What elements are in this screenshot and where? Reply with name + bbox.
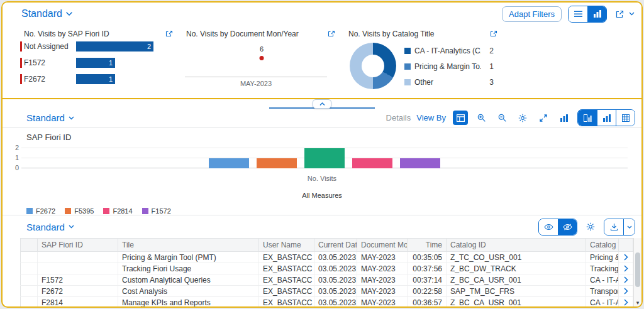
chart-bar[interactable]: [209, 158, 249, 168]
column-header-time[interactable]: Time: [408, 239, 447, 252]
adapt-filters-button[interactable]: Adapt Filters: [502, 6, 562, 22]
table-settings-button[interactable]: [583, 220, 598, 234]
zoom-in-button[interactable]: [474, 111, 489, 125]
table-row[interactable]: Pricing & Margin Tool (PMT) EX_BASTACC 0…: [21, 252, 633, 263]
chart-type-button[interactable]: [557, 111, 572, 125]
chevron-down-icon: [627, 225, 632, 229]
cell-select[interactable]: [21, 263, 38, 274]
value-help-icon[interactable]: [325, 28, 338, 40]
row-navigation-icon[interactable]: [619, 274, 633, 286]
show-details-button[interactable]: [539, 219, 558, 235]
cell-tile: Pricing & Margin Tool (PMT): [118, 252, 259, 263]
table-variant-selector[interactable]: Standard: [26, 222, 74, 232]
row-navigation-icon[interactable]: [619, 263, 633, 274]
table-view-button[interactable]: [616, 110, 635, 126]
cell-catalog-id: Z_BC_CA_USR_001: [447, 274, 586, 286]
column-header-user-name[interactable]: User Name: [259, 239, 314, 252]
cell-user-name: EX_BASTACC: [259, 297, 314, 308]
legend-item[interactable]: F2814: [103, 207, 132, 215]
legend-label: Pricing & Margin To...: [414, 62, 481, 71]
legend-item[interactable]: Pricing & Margin To... 1: [404, 58, 503, 74]
view-by-button[interactable]: View By: [416, 113, 446, 122]
scroll-down-arrow[interactable]: ▾: [634, 300, 641, 306]
row-navigation-icon[interactable]: [619, 286, 633, 297]
row-navigation-icon[interactable]: [619, 297, 633, 308]
cell-doc-monyear: MAY-2023: [357, 297, 408, 308]
column-header-catalog-title[interactable]: Catalog Ti...: [586, 239, 619, 252]
legend-item[interactable]: F5395: [65, 207, 94, 215]
table-row[interactable]: Tracking Fiori Usage EX_BASTACC 03.05.20…: [21, 263, 633, 274]
chart-view-button[interactable]: [597, 110, 616, 126]
cell-time: 00:35:05: [408, 252, 447, 263]
donut-hole: [362, 55, 384, 77]
visual-filter-bar-row[interactable]: F2672 1: [20, 74, 179, 84]
donut-chart[interactable]: [350, 43, 396, 89]
value-help-icon[interactable]: [487, 28, 500, 40]
fullscreen-button[interactable]: [536, 111, 551, 125]
measures-label: All Measures: [3, 192, 641, 199]
cell-select[interactable]: [21, 286, 38, 297]
column-header-catalog-id[interactable]: Catalog ID: [447, 239, 586, 252]
chart-bar[interactable]: [352, 158, 392, 168]
drilldown-button[interactable]: [453, 111, 468, 125]
visual-filter-title: No. Visits by SAP Fiori ID: [24, 30, 109, 38]
cell-fiori-id: [38, 252, 118, 263]
table-row[interactable]: F2672 Cost Analysis EX_BASTACC 03.05.202…: [21, 286, 633, 297]
select-all-header[interactable]: [21, 239, 38, 252]
zoom-out-button[interactable]: [494, 111, 509, 125]
y-tick-label: 2: [5, 144, 19, 151]
table-row[interactable]: F2814 Manage KPIs and Reports EX_BASTACC…: [21, 297, 633, 308]
visual-filter-bar-row[interactable]: Not Assigned 2: [20, 41, 179, 52]
scrollbar-thumb[interactable]: [635, 252, 640, 287]
export-menu-chevron[interactable]: [623, 219, 635, 235]
cell-select[interactable]: [21, 274, 38, 286]
bar-chart-plot: 2 1 0: [21, 148, 628, 170]
category-label: F1572: [24, 58, 76, 67]
column-header-fiori-id[interactable]: SAP Fiori ID: [38, 239, 118, 252]
legend-item[interactable]: F1572: [142, 207, 171, 215]
collapse-header-button[interactable]: [313, 99, 331, 109]
table-row[interactable]: F1572 Custom Analytical Queries EX_BASTA…: [21, 274, 633, 286]
value-help-icon[interactable]: [163, 28, 175, 40]
cell-select[interactable]: [21, 297, 38, 308]
export-button[interactable]: [604, 219, 623, 235]
table-header-row: SAP Fiori ID Tile User Name Current Date…: [21, 239, 633, 252]
legend-label: F2814: [113, 207, 132, 215]
cell-user-name: EX_BASTACC: [259, 286, 314, 297]
chart-bar[interactable]: [304, 148, 345, 168]
column-header-doc-monyear[interactable]: Document Mon/...: [357, 239, 408, 252]
chevron-down-icon[interactable]: [628, 8, 635, 20]
cell-fiori-id: F1572: [38, 274, 118, 286]
donut-legend: CA - IT-Analytics (C... 2 Pricing & Marg…: [404, 41, 503, 98]
y-tick-label: 1: [5, 154, 19, 161]
visual-filter-bar-row[interactable]: F1572 1: [20, 58, 179, 68]
chart-bar[interactable]: [257, 158, 297, 168]
chart-variant-selector[interactable]: Standard: [26, 112, 74, 123]
chart-bar[interactable]: [400, 158, 440, 168]
cell-doc-monyear: MAY-2023: [357, 286, 408, 297]
cell-time: 00:36:57: [408, 297, 447, 308]
visual-filter-bar-fill: 2: [76, 41, 153, 52]
hybrid-view-button[interactable]: [578, 110, 597, 126]
details-button[interactable]: Details: [386, 113, 411, 122]
share-icon[interactable]: [613, 8, 626, 20]
legend-item[interactable]: Other 3: [404, 74, 503, 90]
compact-filters-button[interactable]: [569, 6, 587, 22]
cell-select[interactable]: [21, 252, 38, 263]
legend-value: 3: [485, 78, 494, 87]
column-header-current-date[interactable]: Current Date: [314, 239, 357, 252]
vertical-scrollbar[interactable]: ▾: [633, 238, 641, 306]
legend-item[interactable]: F2672: [26, 207, 55, 215]
chart-settings-button[interactable]: [515, 111, 530, 125]
visual-filter-bar-fill: 1: [76, 58, 115, 68]
bar-track: 1: [76, 58, 179, 68]
row-navigation-icon[interactable]: [619, 252, 633, 263]
page-variant-selector[interactable]: Standard: [21, 8, 72, 19]
data-point[interactable]: 6: [260, 45, 264, 60]
legend-swatch: [404, 48, 411, 54]
column-header-tile[interactable]: Tile: [118, 239, 259, 252]
hide-details-button[interactable]: [558, 219, 577, 235]
legend-item[interactable]: CA - IT-Analytics (C... 2: [404, 43, 503, 58]
visual-filters-button[interactable]: [587, 6, 606, 22]
cell-doc-monyear: MAY-2023: [357, 263, 408, 274]
